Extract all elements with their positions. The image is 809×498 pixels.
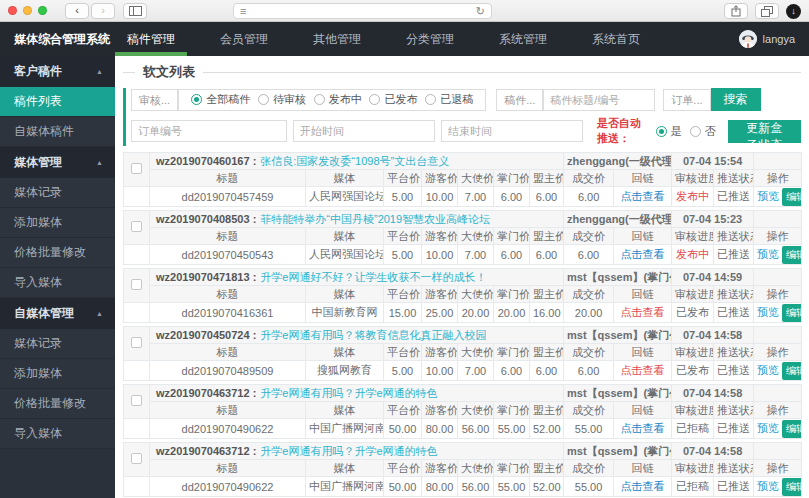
sidebar-item-selfmedia-add[interactable]: 添加媒体 [0, 359, 115, 389]
article-title-link[interactable]: 菲特能特举办“中国丹棱”2019智慧农业高峰论坛 [260, 213, 490, 225]
fullscreen-window-button[interactable] [38, 6, 47, 15]
col-deal-price: 成交价 [564, 460, 614, 477]
radio-icon [425, 94, 436, 105]
preview-link[interactable]: 预览 [757, 306, 779, 318]
edit-button[interactable]: 编辑 [782, 304, 802, 322]
edit-button[interactable]: 编辑 [782, 362, 802, 380]
start-time-input[interactable] [293, 120, 435, 142]
platform-price: 15.00 [384, 303, 422, 323]
radio-rejected[interactable]: 已退稿 [425, 92, 473, 107]
address-bar[interactable]: ≡ ↻ [233, 3, 492, 19]
sidebar-item-selfmedia-import[interactable]: 导入媒体 [0, 419, 115, 449]
menu-item-other[interactable]: 其他管理 [301, 22, 373, 56]
edit-button[interactable]: 编辑 [782, 246, 802, 264]
push-status: 已推送 [714, 303, 754, 323]
master-price: 6.00 [494, 245, 530, 265]
sidebar-section-media-management[interactable]: 媒体管理 ▲ [0, 147, 115, 178]
col-audit-progress: 审核进度 [672, 286, 714, 303]
ambassador-price: 56.00 [458, 419, 494, 439]
row-checkbox[interactable] [131, 337, 142, 348]
article-title-link[interactable]: 张信良:国家发改委“1098号”文出台意义 [260, 155, 449, 167]
menu-item-home[interactable]: 系统首页 [580, 22, 652, 56]
forward-button[interactable]: › [91, 3, 115, 19]
callback-link[interactable]: 点击查看 [621, 306, 665, 318]
callback-link[interactable]: 点击查看 [621, 480, 665, 492]
menu-item-manuscript[interactable]: 稿件管理 [115, 22, 187, 56]
sidebar-item-selfmedia-manuscripts[interactable]: 自媒体稿件 [0, 117, 115, 147]
sidebar-item-selfmedia-records[interactable]: 媒体记录 [0, 329, 115, 359]
leader-price: 6.00 [530, 361, 564, 381]
article-number: wz2019070408503 : [156, 213, 256, 225]
sidebar-item-import-media[interactable]: 导入媒体 [0, 268, 115, 298]
user-avatar [739, 30, 757, 48]
refresh-icon[interactable]: ↻ [476, 5, 485, 18]
leader-price: 52.00 [530, 477, 564, 497]
checkbox-cell [124, 385, 150, 419]
username: langya [763, 33, 795, 45]
preview-link[interactable]: 预览 [757, 190, 779, 202]
radio-all-manuscripts[interactable]: 全部稿件 [191, 92, 250, 107]
preview-link[interactable]: 预览 [757, 422, 779, 434]
update-box-status-button[interactable]: 更新盒子状态 [728, 120, 801, 143]
manuscript-title-input[interactable] [543, 89, 655, 111]
user-menu[interactable]: langya [739, 22, 809, 56]
radio-publishing[interactable]: 发布中 [314, 92, 362, 107]
sidebar-item-manuscript-list[interactable]: 稿件列表 [0, 87, 115, 117]
downloads-button[interactable]: ↓ [786, 4, 801, 19]
row-checkbox[interactable] [131, 279, 142, 290]
app-navbar: 媒体综合管理系统 稿件管理 会员管理 其他管理 分类管理 系统管理 系统首页 l… [0, 22, 809, 56]
edit-button[interactable]: 编辑 [782, 478, 802, 496]
preview-link[interactable]: 预览 [757, 248, 779, 260]
back-button[interactable]: ‹ [65, 3, 89, 19]
radio-pending-review[interactable]: 待审核 [258, 92, 306, 107]
col-callback: 回链 [614, 460, 672, 477]
article-group: wz2019070460167 :张信良:国家发改委“1098号”文出台意义 z… [123, 152, 802, 207]
row-checkbox[interactable] [131, 163, 142, 174]
audit-status: 已发布 [676, 364, 709, 376]
order-number-input[interactable] [131, 120, 287, 142]
sidebar-toggle-button[interactable] [123, 3, 147, 19]
sidebar-section-client-manuscripts[interactable]: 客户稿件 ▲ [0, 56, 115, 87]
callback-link[interactable]: 点击查看 [621, 190, 665, 202]
row-checkbox[interactable] [131, 395, 142, 406]
article-title-link[interactable]: 升学e网通有用吗？升学e网通的特色 [260, 387, 437, 399]
share-button[interactable] [724, 3, 748, 19]
article-title-link[interactable]: 升学e网通好不好？让学生收获不一样的成长！ [260, 271, 486, 283]
menu-item-members[interactable]: 会员管理 [208, 22, 280, 56]
radio-published[interactable]: 已发布 [369, 92, 417, 107]
edit-button[interactable]: 编辑 [782, 420, 802, 438]
menu-item-system[interactable]: 系统管理 [487, 22, 559, 56]
sidebar-item-selfmedia-bulk-price[interactable]: 价格批量修改 [0, 389, 115, 419]
collapse-arrow-icon: ▲ [96, 310, 103, 317]
preview-link[interactable]: 预览 [757, 364, 779, 376]
menu-item-category[interactable]: 分类管理 [394, 22, 466, 56]
minimize-window-button[interactable] [23, 6, 32, 15]
radio-auto-push-no[interactable]: 否 [690, 124, 716, 139]
row-checkbox[interactable] [131, 453, 142, 464]
sidebar-item-media-records[interactable]: 媒体记录 [0, 178, 115, 208]
article-title-link[interactable]: 升学e网通有用吗？将教育信息化真正融入校园 [260, 329, 486, 341]
end-time-input[interactable] [441, 120, 583, 142]
sidebar-section-selfmedia-management[interactable]: 自媒体管理 ▲ [0, 298, 115, 329]
callback-link[interactable]: 点击查看 [621, 364, 665, 376]
preview-link[interactable]: 预览 [757, 480, 779, 492]
article-title-link[interactable]: 升学e网通有用吗？升学e网通的特色 [260, 445, 437, 457]
search-button[interactable]: 搜索 [711, 88, 761, 111]
edit-button[interactable]: 编辑 [782, 188, 802, 206]
row-checkbox[interactable] [131, 221, 142, 232]
audit-status: 发布中 [676, 190, 709, 202]
push-status: 已推送 [714, 477, 754, 497]
callback-link[interactable]: 点击查看 [621, 248, 665, 260]
radio-auto-push-yes[interactable]: 是 [656, 124, 682, 139]
col-callback: 回链 [614, 228, 672, 245]
sidebar-item-add-media[interactable]: 添加媒体 [0, 208, 115, 238]
col-push-status: 推送状态 [714, 286, 754, 303]
col-ambassador-price: 大使价 [458, 228, 494, 245]
col-deal-price: 成交价 [564, 286, 614, 303]
sidebar-item-bulk-price-edit[interactable]: 价格批量修改 [0, 238, 115, 268]
callback-link[interactable]: 点击查看 [621, 422, 665, 434]
close-window-button[interactable] [8, 6, 17, 15]
visitor-price: 10.00 [422, 187, 458, 207]
media-name: 人民网强国论坛 [306, 245, 384, 265]
tabs-overview-button[interactable] [755, 3, 779, 19]
